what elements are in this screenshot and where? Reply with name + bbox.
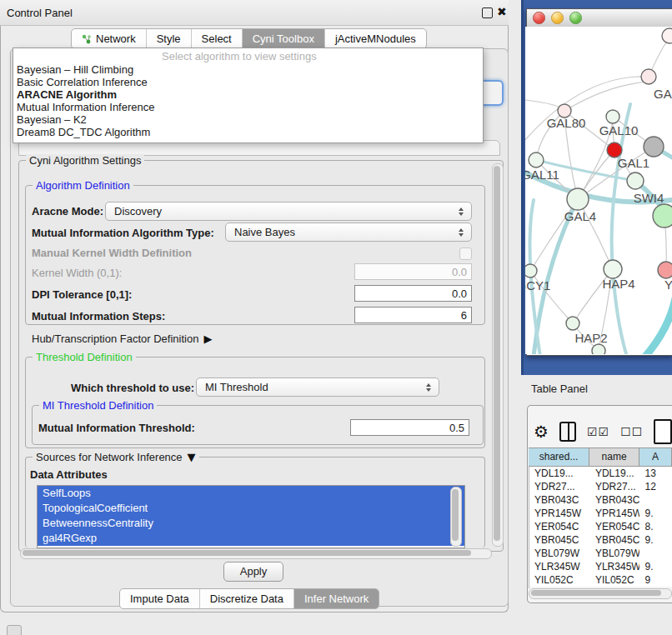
network-node[interactable] — [592, 344, 605, 354]
table-cell[interactable] — [639, 547, 672, 560]
table-cell[interactable]: YPR145W — [529, 507, 590, 520]
network-node-gcy1[interactable] — [525, 264, 537, 278]
file-icon[interactable] — [654, 419, 672, 444]
attribute-list-item[interactable]: gal4RGexp — [38, 531, 464, 546]
attribute-list-item[interactable]: BetweennessCentrality — [38, 516, 464, 531]
tab-impute-data[interactable]: Impute Data — [120, 589, 200, 608]
zoom-traffic-light-icon[interactable] — [569, 12, 582, 24]
control-panel-titlebar[interactable] — [0, 0, 509, 26]
mi-threshold-field[interactable]: 0.5 — [350, 419, 469, 436]
settings-horizontal-scrollbar[interactable] — [20, 548, 492, 559]
attribute-list-item[interactable]: SelfLoops — [38, 486, 464, 501]
network-canvas[interactable]: GALGAL80GAL10GAL11GAL1SWI4GAL4GCY1HAP4YH… — [525, 27, 672, 354]
table-cell[interactable]: YDL19... — [529, 467, 590, 480]
table-cell[interactable]: 8. — [639, 520, 672, 533]
apply-button[interactable]: Apply — [223, 562, 283, 582]
tab-network[interactable]: Network — [72, 29, 147, 48]
table-cell[interactable]: 13 — [639, 467, 672, 480]
split-columns-icon[interactable] — [559, 422, 576, 442]
network-node-swi4[interactable] — [653, 204, 672, 228]
minimize-traffic-light-icon[interactable] — [551, 12, 564, 24]
table-cell[interactable]: YDR27... — [590, 480, 640, 493]
table-cell[interactable]: YLR345W — [590, 560, 640, 573]
column-header-partial[interactable]: A — [639, 448, 672, 466]
dpi-tolerance-field[interactable]: 0.0 — [354, 285, 472, 302]
table-cell[interactable]: YBR043C — [529, 493, 590, 507]
algorithm-placeholder-item[interactable]: Select algorithm to view settings — [13, 48, 483, 63]
tab-discretize-data[interactable]: Discretize Data — [200, 589, 294, 608]
tab-style[interactable]: Style — [147, 29, 192, 48]
network-node-hap4[interactable] — [604, 260, 622, 278]
table-cell[interactable]: YER054C — [529, 520, 590, 533]
table-cell[interactable]: YER054C — [590, 520, 640, 533]
table-cell[interactable] — [639, 493, 672, 507]
network-node[interactable] — [662, 28, 672, 43]
mi-steps-field[interactable]: 6 — [354, 307, 472, 323]
table-cell[interactable]: YDR27... — [529, 480, 590, 493]
manual-kernel-width-checkbox[interactable] — [459, 248, 472, 260]
table-horizontal-scrollbar[interactable] — [529, 588, 672, 599]
attribute-list-item[interactable]: TopologicalCoefficient — [38, 501, 464, 516]
expand-right-icon[interactable]: ▶ — [203, 332, 212, 345]
table-cell[interactable]: 12 — [639, 480, 672, 493]
column-header-shared[interactable]: shared... — [529, 448, 589, 466]
hub-definition-expander[interactable]: Hub/Transcription Factor Definition▶ — [32, 332, 212, 345]
close-panel-icon[interactable]: ✖ — [497, 5, 507, 18]
table-cell[interactable]: YBR045C — [590, 533, 640, 547]
algorithm-list-item[interactable]: Basic Correlation Inference — [13, 76, 483, 88]
scrollbar-thumb[interactable] — [531, 590, 661, 596]
aracne-mode-select[interactable]: Discovery — [105, 202, 472, 221]
checked-pair-icon[interactable]: ☑☑ — [587, 425, 609, 438]
gear-icon[interactable]: ⚙ — [534, 423, 549, 440]
table-row[interactable]: YIL052CYIL052C9 — [529, 573, 672, 587]
table-cell[interactable]: YIL052C — [590, 573, 640, 587]
scrollbar-thumb[interactable] — [494, 166, 500, 541]
algorithm-list-item[interactable]: Mutual Information Inference — [13, 101, 483, 113]
table-cell[interactable]: 9. — [639, 533, 672, 547]
algorithm-list-item[interactable]: Dream8 DC_TDC Algorithm — [13, 126, 483, 138]
network-node-gal[interactable] — [641, 69, 656, 84]
table-cell[interactable]: 9 — [639, 573, 672, 587]
table-cell[interactable]: 9. — [639, 560, 672, 573]
mi-algorithm-type-select[interactable]: Naive Bayes — [225, 222, 472, 242]
network-node-hap2[interactable] — [566, 317, 579, 330]
algorithm-list-item[interactable]: ARACNE Algorithm — [13, 88, 483, 101]
network-node-y[interactable] — [658, 262, 672, 278]
table-cell[interactable]: YBL079W — [590, 547, 640, 560]
table-row[interactable]: YLR345WYLR345W9. — [529, 560, 672, 573]
network-node-gal11[interactable] — [529, 152, 544, 168]
unchecked-pair-icon[interactable]: ☐☐ — [620, 425, 643, 438]
network-node-gal4[interactable] — [567, 188, 589, 210]
scrollbar-thumb[interactable] — [452, 489, 459, 541]
network-node-gal1[interactable] — [627, 172, 644, 189]
tab-cyni-toolbox[interactable]: Cyni Toolbox — [243, 29, 325, 48]
sources-group-title[interactable]: Sources for Network Inference▼ — [33, 451, 199, 463]
algorithm-list-item[interactable]: Bayesian – Hill Climbing — [13, 63, 483, 76]
attributes-vertical-scrollbar[interactable] — [450, 487, 462, 547]
network-node[interactable] — [644, 137, 664, 157]
tab-jactivemnodules[interactable]: jActiveMNodules — [325, 29, 426, 48]
float-window-icon[interactable] — [482, 8, 493, 18]
column-header-name[interactable]: name — [589, 448, 639, 466]
table-row[interactable]: YDR27...YDR27...12 — [529, 480, 672, 493]
tab-select[interactable]: Select — [192, 29, 243, 48]
table-row[interactable]: YBR045CYBR045C9. — [529, 533, 672, 547]
table-cell[interactable]: YLR345W — [529, 560, 590, 573]
table-row[interactable]: YER054CYER054C8. — [529, 520, 672, 533]
scrollbar-thumb[interactable] — [23, 550, 471, 556]
collapse-down-icon[interactable]: ▼ — [188, 451, 196, 463]
table-row[interactable]: YPR145WYPR145W9. — [529, 507, 672, 520]
table-row[interactable]: YBR043CYBR043C — [529, 493, 672, 507]
table-cell[interactable]: YPR145W — [590, 507, 640, 520]
table-cell[interactable]: YDL19... — [590, 467, 640, 480]
table-cell[interactable]: 9. — [639, 507, 672, 520]
data-attributes-list[interactable]: SelfLoopsTopologicalCoefficientBetweenne… — [37, 485, 465, 548]
tab-infer-network[interactable]: Infer Network — [294, 589, 379, 608]
network-node-gal10[interactable] — [606, 110, 619, 123]
close-traffic-light-icon[interactable] — [533, 12, 545, 24]
table-row[interactable]: YBL079WYBL079W — [529, 547, 672, 560]
settings-vertical-scrollbar[interactable] — [492, 163, 504, 547]
restore-panel-icon[interactable] — [7, 625, 22, 635]
table-cell[interactable]: YBL079W — [529, 547, 590, 560]
algorithm-list-item[interactable]: Bayesian – K2 — [13, 113, 483, 126]
